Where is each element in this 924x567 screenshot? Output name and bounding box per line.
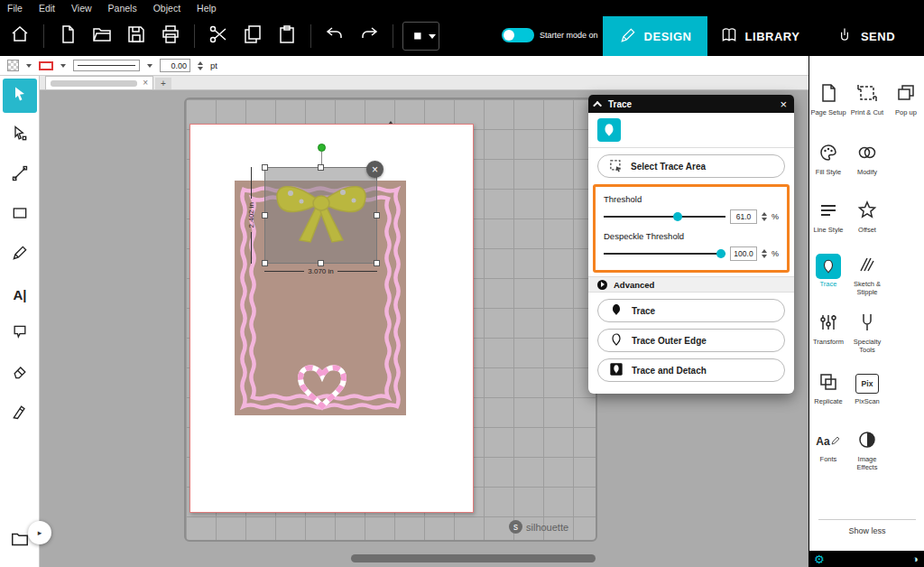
resize-handle-w[interactable] <box>262 212 268 218</box>
menu-file[interactable]: File <box>7 3 23 14</box>
trace-button[interactable]: Trace <box>597 299 785 322</box>
divider <box>588 147 794 148</box>
send-label: SEND <box>861 30 895 43</box>
panel-item-trace[interactable]: Trace <box>809 253 847 288</box>
despeckle-stepper[interactable] <box>762 249 767 258</box>
trace-panel-header[interactable]: Trace × <box>588 95 794 113</box>
pencil-icon <box>11 244 29 265</box>
show-less-button[interactable]: Show less <box>809 526 924 535</box>
rotation-handle[interactable] <box>318 144 326 152</box>
paste-button[interactable] <box>273 20 301 52</box>
panel-item-image-effects[interactable]: Image Effects <box>848 428 886 471</box>
tool-point-edit[interactable] <box>0 116 40 155</box>
line-style-dropdown[interactable] <box>73 60 140 71</box>
tab-send[interactable]: SEND <box>812 16 919 56</box>
delete-selection-button[interactable]: × <box>366 161 383 178</box>
silhouette-logo: s silhouette <box>509 520 568 534</box>
threshold-slider[interactable] <box>604 211 725 222</box>
threshold-slider-handle[interactable] <box>673 212 682 221</box>
tab-library[interactable]: LIBRARY <box>713 16 807 56</box>
panel-item-fonts[interactable]: Aa Fonts <box>809 428 847 463</box>
stroke-width-stepper[interactable] <box>198 61 203 70</box>
tool-draw[interactable] <box>0 235 40 274</box>
trace-area-selection[interactable]: × <box>264 167 377 264</box>
despeckle-value-input[interactable]: 100.0 <box>730 246 757 261</box>
trace-and-detach-button[interactable]: Trace and Detach <box>597 358 785 382</box>
panel-item-specialty-tools[interactable]: Specialty Tools <box>848 311 886 354</box>
trace-detach-icon <box>609 362 624 378</box>
menu-help[interactable]: Help <box>197 3 217 14</box>
tab-design[interactable]: DESIGN <box>603 16 707 56</box>
threshold-label: Threshold <box>604 194 779 204</box>
menu-edit[interactable]: Edit <box>39 3 55 14</box>
tool-line[interactable] <box>0 155 40 195</box>
panel-item-offset[interactable]: Offset <box>848 199 886 234</box>
menu-view[interactable]: View <box>71 3 92 14</box>
document-tab[interactable]: × <box>45 76 153 89</box>
tool-eraser[interactable] <box>0 354 40 394</box>
redo-button[interactable] <box>355 20 383 52</box>
menu-panels[interactable]: Panels <box>108 3 137 14</box>
save-button[interactable] <box>122 20 151 52</box>
folder-icon <box>10 529 30 553</box>
panel-item-fill-style[interactable]: Fill Style <box>809 141 847 176</box>
panel-item-pixscan[interactable]: Pix PixScan <box>848 370 886 405</box>
trace-and-detach-label: Trace and Detach <box>632 366 707 376</box>
resize-handle-sw[interactable] <box>262 260 268 266</box>
undo-button[interactable] <box>320 20 349 52</box>
trace-panel-title: Trace <box>608 99 780 109</box>
fill-style-palette-icon <box>818 142 839 167</box>
resize-handle-se[interactable] <box>374 260 380 266</box>
horizontal-scrollbar[interactable] <box>351 554 596 562</box>
new-tab-button[interactable]: + <box>155 78 171 89</box>
selection-width-label: 3.070 in <box>308 267 333 275</box>
home-button[interactable] <box>5 20 34 52</box>
panel-item-sketch-stipple[interactable]: Sketch & Stipple <box>848 253 886 296</box>
tool-select[interactable] <box>0 76 40 116</box>
trace-outer-edge-button[interactable]: Trace Outer Edge <box>597 329 785 352</box>
close-panel-button[interactable]: × <box>780 98 787 110</box>
panel-item-line-style[interactable]: Line Style <box>809 199 847 234</box>
theme-contrast-icon[interactable]: ◑ <box>912 554 919 564</box>
tool-knife[interactable] <box>0 394 40 433</box>
close-tab-icon[interactable]: × <box>143 79 148 88</box>
new-document-button[interactable] <box>53 20 82 52</box>
resize-handle-e[interactable] <box>374 212 380 218</box>
tool-note[interactable] <box>0 314 40 354</box>
despeckle-slider-handle[interactable] <box>716 249 725 258</box>
menu-object[interactable]: Object <box>153 3 180 14</box>
copy-button[interactable] <box>238 20 267 52</box>
resize-handle-nw[interactable] <box>262 164 268 171</box>
panel-item-replicate[interactable]: Replicate <box>809 370 847 405</box>
collapse-chevron-icon[interactable] <box>593 100 602 109</box>
settings-gear-icon[interactable]: ⚙ <box>814 553 825 565</box>
collapse-panel-handle[interactable]: ▸ <box>28 521 51 544</box>
specialty-tools-icon <box>856 311 878 337</box>
resize-handle-n[interactable] <box>318 164 324 171</box>
panel-item-pop-up[interactable]: Pop up <box>887 81 924 116</box>
threshold-stepper[interactable] <box>762 212 767 221</box>
panel-item-transform[interactable]: Transform <box>809 311 847 346</box>
threshold-value-input[interactable]: 61.0 <box>730 209 757 224</box>
toggle-knob <box>504 30 514 41</box>
cut-button[interactable] <box>204 20 233 52</box>
fonts-pencil-icon <box>830 433 841 450</box>
selection-tool-dropdown[interactable] <box>402 22 439 51</box>
select-trace-area-button[interactable]: Select Trace Area <box>597 154 785 178</box>
stroke-width-input[interactable]: 0.00 <box>160 59 190 72</box>
line-color-swatch-dropdown[interactable] <box>39 61 53 70</box>
resize-handle-s[interactable] <box>318 260 324 266</box>
panel-item-page-setup[interactable]: Page Setup <box>809 81 847 116</box>
starter-mode-toggle[interactable]: Starter mode on <box>502 28 598 42</box>
advanced-expander[interactable]: Advanced <box>588 276 794 293</box>
format-bar: 0.00 pt <box>0 56 808 76</box>
trace-filled-icon <box>609 302 624 319</box>
print-button[interactable] <box>156 20 185 52</box>
tool-text[interactable]: A| <box>0 274 40 314</box>
panel-item-modify[interactable]: Modify <box>848 141 886 176</box>
tool-rectangle[interactable] <box>0 195 40 235</box>
fill-swatch-dropdown[interactable] <box>7 60 19 71</box>
open-button[interactable] <box>88 20 116 52</box>
panel-item-print-cut[interactable]: Print & Cut <box>848 81 886 116</box>
despeckle-slider[interactable] <box>604 248 725 259</box>
